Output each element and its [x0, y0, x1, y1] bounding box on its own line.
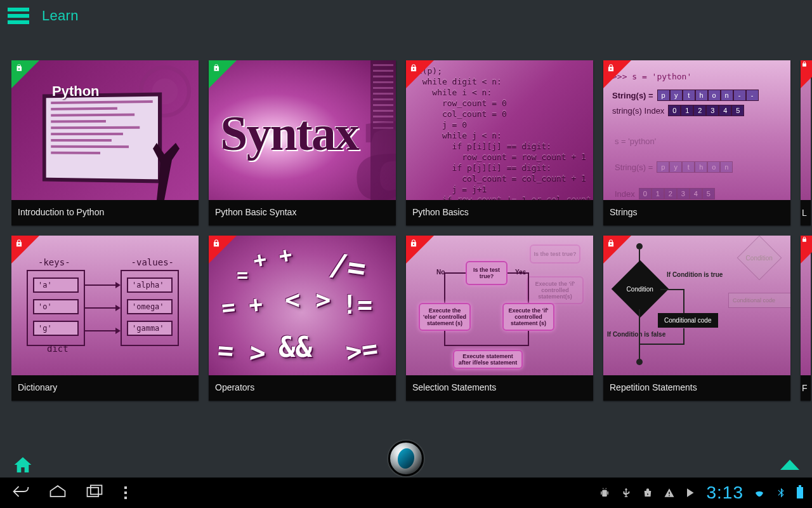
svg-rect-7 [91, 485, 102, 494]
lock-icon [409, 239, 418, 248]
lesson-card-selection[interactable]: Is the test true? Execute the 'if' contr… [406, 236, 593, 401]
lesson-card-syntax[interactable]: a Syntax Python Basic Syntax [209, 60, 396, 225]
play-store-icon [685, 487, 697, 498]
app-header: Learn [0, 0, 812, 32]
expand-up-icon[interactable] [780, 460, 799, 470]
thumb-label: Syntax [220, 105, 358, 162]
nav-left [5, 483, 127, 502]
index-cells: 012345 [668, 105, 744, 116]
lesson-thumbnail: Python [11, 60, 199, 200]
svg-rect-11 [601, 491, 602, 495]
lesson-card-dictionary[interactable]: -keys- -values- 'a' 'o' 'g' 'alpha' 'ome… [11, 236, 199, 401]
lesson-thumbnail: -keys- -values- 'a' 'o' 'g' 'alpha' 'ome… [11, 236, 199, 375]
overflow-icon[interactable] [124, 486, 127, 499]
svg-rect-12 [607, 491, 608, 495]
lock-icon [801, 61, 808, 67]
grid-row: Python Introduction to Python a Syntax [11, 60, 812, 225]
lock-icon [409, 64, 418, 72]
lock-icon [606, 64, 615, 72]
clock: 3:13 [707, 483, 744, 503]
lesson-title: Strings [603, 200, 790, 225]
lesson-title: Python Basics [406, 200, 593, 225]
svg-marker-3 [115, 305, 121, 311]
back-icon[interactable] [11, 483, 30, 502]
lesson-title: Dictionary [11, 375, 199, 401]
lock-icon [606, 239, 615, 248]
lesson-thumbnail: + + /= < > != = + = = > && >= [209, 236, 396, 375]
lesson-thumbnail: gi(p); while digit < n: while i < n: row… [406, 60, 593, 200]
lesson-thumbnail: a Syntax [209, 60, 396, 200]
lock-icon [801, 236, 808, 243]
menu-icon[interactable] [8, 8, 29, 24]
svg-point-10 [605, 488, 606, 490]
usb-icon [620, 487, 632, 498]
lesson-card-repetition[interactable]: Condition Conditional code Condition If … [603, 236, 790, 401]
lesson-title: Python Basic Syntax [209, 200, 396, 225]
lesson-title: Selection Statements [406, 375, 593, 401]
lock-icon [15, 239, 23, 248]
lesson-thumbnail: Condition Conditional code Condition If … [603, 236, 790, 375]
center-orb-button[interactable] [388, 441, 424, 476]
bluetooth-icon [775, 487, 787, 498]
lesson-thumbnail: Is the test true? Execute the 'if' contr… [406, 236, 593, 375]
lesson-card-operators[interactable]: + + /= < > != = + = = > && >= Operators [209, 236, 396, 401]
page-title: Learn [42, 8, 79, 24]
wifi-icon [754, 487, 765, 498]
warning-icon [664, 487, 675, 498]
app-root: Learn P [0, 0, 812, 508]
svg-rect-6 [88, 488, 99, 497]
unlock-icon [15, 64, 23, 72]
battery-icon [797, 487, 803, 498]
store-icon [642, 487, 653, 498]
lesson-card-partial[interactable]: L [801, 60, 811, 225]
android-navbar: 3:13 [0, 478, 812, 508]
lock-icon [212, 239, 221, 248]
lesson-title: F [801, 375, 811, 401]
lesson-card-intro-python[interactable]: Python Introduction to Python [11, 60, 199, 225]
svg-rect-8 [602, 490, 607, 497]
status-tray[interactable]: 3:13 [599, 483, 808, 503]
lesson-thumbnail: >>> s = 'python' String(s) = python-- st… [603, 60, 790, 200]
grid-row: -keys- -values- 'a' 'o' 'g' 'alpha' 'ome… [11, 236, 812, 401]
lesson-title: Operators [209, 375, 396, 401]
lesson-card-strings[interactable]: >>> s = 'python' String(s) = python-- st… [603, 60, 790, 225]
recent-apps-icon[interactable] [85, 483, 104, 502]
lesson-grid: Python Introduction to Python a Syntax [11, 60, 812, 441]
unlock-icon [212, 64, 221, 72]
home-icon[interactable] [13, 455, 33, 475]
svg-marker-5 [115, 328, 121, 334]
svg-marker-1 [115, 282, 121, 288]
adb-icon [599, 487, 610, 498]
lesson-title: Repetition Statements [603, 375, 790, 401]
lesson-title: Introduction to Python [11, 200, 199, 225]
svg-point-9 [603, 488, 604, 490]
lesson-card-partial[interactable]: F [801, 236, 811, 401]
lesson-card-basics[interactable]: gi(p); while digit < n: while i < n: row… [406, 60, 593, 225]
string-cells: python-- [657, 90, 759, 101]
thumb-label: Python [52, 83, 100, 100]
lesson-title: L [801, 200, 811, 225]
home-nav-icon[interactable] [48, 483, 67, 502]
